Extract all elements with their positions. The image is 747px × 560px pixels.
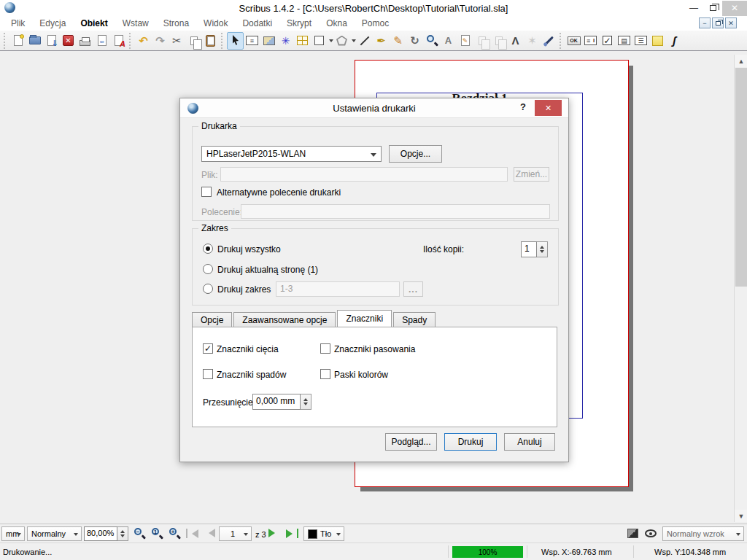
- eyedropper-icon[interactable]: [541, 32, 557, 50]
- mdi-close-button[interactable]: ✕: [725, 18, 737, 28]
- menu-skrypt[interactable]: Skrypt: [280, 17, 318, 30]
- measurements-icon[interactable]: Λ: [507, 32, 524, 50]
- crop-marks-checkbox[interactable]: ✓: [203, 343, 213, 354]
- offset-value[interactable]: 0,000 mm: [252, 394, 301, 410]
- zoom-tool-icon[interactable]: [423, 32, 440, 50]
- color-bars-checkbox[interactable]: [320, 369, 330, 379]
- image-quality-icon[interactable]: [627, 529, 638, 538]
- rotate-item-icon[interactable]: ↻: [406, 32, 423, 50]
- scroll-down-icon[interactable]: ▼: [735, 510, 747, 522]
- spinner-arrows-icon[interactable]: [117, 526, 128, 541]
- pdf-push-button-icon[interactable]: OK: [565, 32, 582, 50]
- page-number-select[interactable]: 1: [219, 526, 252, 541]
- alt-command-checkbox[interactable]: [201, 187, 212, 197]
- insert-table-icon[interactable]: [294, 32, 311, 50]
- scroll-up-icon[interactable]: ▲: [735, 55, 747, 67]
- bleed-marks-label: Znaczniki spadów: [217, 370, 286, 380]
- open-document-icon[interactable]: [26, 32, 43, 50]
- window-minimize-button[interactable]: —: [684, 1, 703, 15]
- spinner-arrows-icon[interactable]: [537, 241, 548, 257]
- preview-button[interactable]: Podgląd...: [385, 433, 437, 451]
- pdf-combobox-icon[interactable]: ▤: [616, 32, 632, 50]
- copies-spinner[interactable]: 1: [521, 241, 548, 257]
- tab-spady[interactable]: Spady: [393, 312, 436, 327]
- close-document-icon[interactable]: ✕: [60, 32, 77, 50]
- copy-icon[interactable]: [185, 32, 202, 50]
- print-all-radio[interactable]: [203, 244, 213, 254]
- zoom-100-icon[interactable]: 1: [150, 526, 164, 541]
- spinner-arrows-icon[interactable]: [301, 394, 311, 410]
- menu-plik[interactable]: Plik: [4, 17, 31, 30]
- menu-dodatki[interactable]: Dodatki: [236, 17, 279, 30]
- dialog-close-button[interactable]: ✕: [535, 100, 562, 116]
- tab-zaawansowane-opcje[interactable]: Zaawansowane opcje: [233, 312, 336, 327]
- menu-widok[interactable]: Widok: [197, 17, 234, 30]
- insert-freehand-icon[interactable]: ✎: [390, 32, 406, 50]
- window-restore-button[interactable]: [703, 1, 722, 15]
- insert-polygon-icon[interactable]: [333, 32, 350, 50]
- story-editor-icon[interactable]: ✎: [457, 32, 473, 50]
- dialog-help-button[interactable]: ?: [516, 101, 530, 116]
- pdf-link-icon[interactable]: ʃ: [666, 32, 683, 50]
- print-button[interactable]: Drukuj: [444, 433, 497, 451]
- zoom-value[interactable]: 80,00%: [84, 526, 117, 541]
- printer-options-button[interactable]: Opcje...: [389, 145, 442, 163]
- insert-shape-icon[interactable]: [311, 32, 328, 50]
- pdf-annotation-icon[interactable]: [649, 32, 666, 50]
- paste-icon[interactable]: [202, 32, 219, 50]
- menu-wstaw[interactable]: Wstaw: [116, 17, 155, 30]
- offset-spinner[interactable]: 0,000 mm: [252, 394, 311, 410]
- menu-okna[interactable]: Okna: [320, 17, 354, 30]
- pdf-listbox-icon[interactable]: ☰: [632, 32, 649, 50]
- pdf-text-field-icon[interactable]: ≡I: [582, 32, 599, 50]
- crop-marks-label: Znaczniki cięcia: [217, 344, 279, 354]
- menu-pomoc[interactable]: Pomoc: [355, 17, 395, 30]
- menu-obiekt[interactable]: Obiekt: [74, 17, 114, 30]
- vertical-scrollbar[interactable]: ▲ ▼: [734, 55, 747, 522]
- menu-strona[interactable]: Strona: [157, 17, 196, 30]
- next-page-icon[interactable]: [268, 529, 279, 537]
- tab-znaczniki[interactable]: Znaczniki: [337, 310, 392, 327]
- preflight-verifier-icon[interactable]: ∞: [93, 32, 110, 50]
- printer-select[interactable]: HPLaserJetP2015-WLAN: [201, 146, 382, 162]
- mdi-restore-button[interactable]: [712, 18, 724, 28]
- last-page-icon[interactable]: [286, 529, 298, 538]
- quality-select[interactable]: Normalny: [27, 526, 82, 541]
- pdf-checkbox-icon[interactable]: ✓: [599, 32, 616, 50]
- new-document-icon[interactable]: [9, 32, 26, 50]
- insert-text-frame-icon[interactable]: ≡: [244, 32, 260, 50]
- tab-opcje[interactable]: Opcje: [192, 312, 232, 327]
- preview-mode-eye-icon[interactable]: [645, 529, 657, 537]
- insert-render-frame-icon[interactable]: ✳: [277, 32, 294, 50]
- print-range-radio[interactable]: [203, 284, 213, 294]
- bleed-marks-checkbox[interactable]: [203, 369, 213, 379]
- layer-select[interactable]: Tło: [303, 526, 344, 541]
- insert-bezier-icon[interactable]: ✒: [373, 32, 390, 50]
- export-pdf-icon[interactable]: A: [110, 32, 127, 50]
- registration-marks-checkbox[interactable]: [320, 343, 330, 354]
- cancel-button[interactable]: Anuluj: [504, 433, 555, 451]
- zoom-out-icon[interactable]: −: [132, 526, 147, 541]
- vision-select[interactable]: Normalny wzrok: [662, 526, 744, 541]
- chevron-down-icon: [371, 153, 376, 160]
- menu-edycja[interactable]: Edycja: [33, 17, 72, 30]
- unit-select[interactable]: mm: [1, 526, 25, 541]
- zoom-spinner[interactable]: 80,00%: [84, 526, 128, 541]
- insert-line-icon[interactable]: [356, 32, 373, 50]
- scrollbar-thumb[interactable]: [735, 68, 747, 287]
- save-document-icon[interactable]: ⇓: [43, 32, 60, 50]
- copies-value[interactable]: 1: [521, 241, 537, 257]
- cut-icon[interactable]: ✂: [169, 32, 185, 50]
- print-current-radio[interactable]: [203, 264, 213, 274]
- insert-image-frame-icon[interactable]: [260, 32, 277, 50]
- zoom-in-icon[interactable]: +: [167, 526, 182, 541]
- printer-groupbox: Drukarka HPLaserJetP2015-WLAN Opcje... P…: [192, 126, 559, 221]
- window-close-button[interactable]: ✕: [722, 1, 747, 16]
- undo-icon[interactable]: ↶: [135, 32, 152, 50]
- layer-value: Tło: [320, 529, 331, 538]
- mdi-minimize-button[interactable]: −: [699, 18, 711, 28]
- print-document-icon[interactable]: [77, 32, 93, 50]
- redo-icon[interactable]: ↷: [152, 32, 169, 50]
- edit-text-icon[interactable]: A: [440, 32, 457, 50]
- select-item-icon[interactable]: [227, 32, 244, 50]
